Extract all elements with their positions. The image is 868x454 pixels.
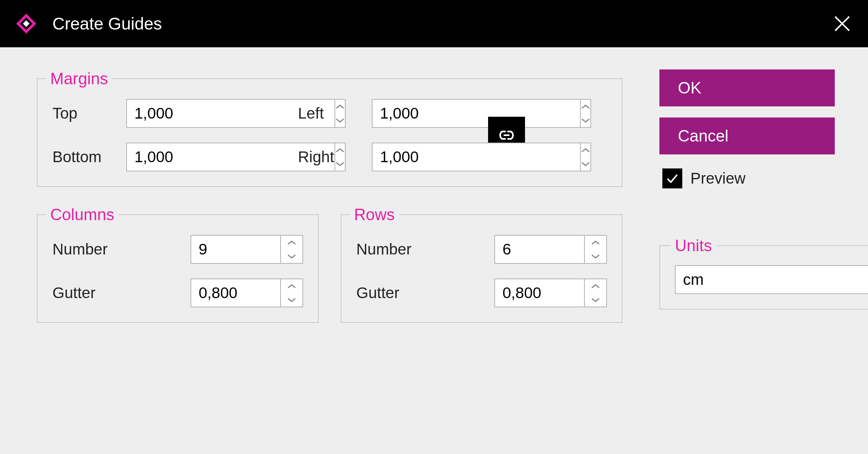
margin-bottom-label: Bottom xyxy=(52,148,126,166)
left-panel: Margins Top xyxy=(37,69,622,436)
chevron-up-icon xyxy=(591,284,600,289)
margin-top-label: Top xyxy=(52,105,126,122)
margin-left-spinner xyxy=(372,99,484,128)
margins-legend: Margins xyxy=(46,69,113,88)
margin-bottom-spinner xyxy=(126,143,239,171)
units-fieldset: Units xyxy=(659,236,868,310)
preview-row: Preview xyxy=(662,168,835,188)
columns-number-up[interactable] xyxy=(281,236,302,249)
chevron-down-icon xyxy=(591,297,600,303)
columns-gutter-down[interactable] xyxy=(281,293,302,307)
columns-number-input[interactable] xyxy=(191,235,280,264)
chevron-up-icon xyxy=(287,284,296,289)
columns-fieldset: Columns Number Gutter xyxy=(37,205,319,323)
chevron-up-icon xyxy=(287,240,296,245)
columns-number-label: Number xyxy=(52,240,191,258)
chevron-up-icon xyxy=(581,104,590,109)
columns-gutter-up[interactable] xyxy=(281,279,302,293)
margin-left-label: Left xyxy=(298,105,372,122)
margin-right-label: Right xyxy=(298,148,372,166)
columns-legend: Columns xyxy=(46,205,119,224)
units-legend: Units xyxy=(670,236,716,255)
rows-gutter-down[interactable] xyxy=(585,293,606,307)
margin-left-down[interactable] xyxy=(581,113,590,127)
rows-gutter-up[interactable] xyxy=(585,279,606,293)
rows-number-spinner xyxy=(494,235,607,264)
rows-gutter-label: Gutter xyxy=(356,284,494,302)
margin-right-down[interactable] xyxy=(581,157,590,171)
chevron-down-icon xyxy=(287,254,296,259)
rows-fieldset: Rows Number Gutter xyxy=(341,205,622,323)
margin-right-up[interactable] xyxy=(581,143,590,157)
margin-left-up[interactable] xyxy=(581,100,590,113)
create-guides-dialog: Create Guides Margins Top xyxy=(0,0,868,454)
preview-checkbox[interactable] xyxy=(662,168,682,188)
margin-left-input[interactable] xyxy=(372,99,580,128)
rows-gutter-input[interactable] xyxy=(494,279,584,307)
chevron-up-icon xyxy=(581,148,590,153)
chevron-down-icon xyxy=(581,118,590,123)
link-icon xyxy=(495,127,518,143)
rows-number-down[interactable] xyxy=(585,249,606,263)
units-input[interactable] xyxy=(675,265,868,294)
cancel-button[interactable]: Cancel xyxy=(659,117,835,154)
chevron-down-icon xyxy=(581,161,590,167)
chevron-down-icon xyxy=(591,254,600,259)
right-panel: OK Cancel Preview Units xyxy=(659,69,835,436)
dialog-content: Margins Top xyxy=(0,47,868,454)
chevron-down-icon xyxy=(287,297,296,303)
preview-label: Preview xyxy=(690,170,745,187)
close-button[interactable] xyxy=(831,13,853,35)
rows-number-up[interactable] xyxy=(585,236,606,249)
app-icon xyxy=(15,12,38,35)
columns-number-down[interactable] xyxy=(281,249,302,263)
columns-gutter-input[interactable] xyxy=(191,279,280,307)
close-icon xyxy=(833,14,851,33)
ok-button[interactable]: OK xyxy=(659,69,835,106)
rows-number-label: Number xyxy=(356,240,494,258)
units-spinner xyxy=(675,265,868,294)
columns-gutter-label: Gutter xyxy=(52,284,191,302)
margin-right-spinner xyxy=(372,143,484,171)
check-icon xyxy=(665,171,680,186)
margin-top-spinner xyxy=(126,99,239,128)
window-title: Create Guides xyxy=(52,14,162,34)
rows-gutter-spinner xyxy=(494,279,607,307)
margins-fieldset: Margins Top xyxy=(37,69,622,187)
rows-number-input[interactable] xyxy=(494,235,584,264)
margin-right-input[interactable] xyxy=(372,143,580,171)
columns-number-spinner xyxy=(191,235,303,264)
chevron-up-icon xyxy=(591,240,600,245)
titlebar: Create Guides xyxy=(0,0,868,47)
rows-legend: Rows xyxy=(350,205,399,224)
columns-gutter-spinner xyxy=(191,279,303,307)
